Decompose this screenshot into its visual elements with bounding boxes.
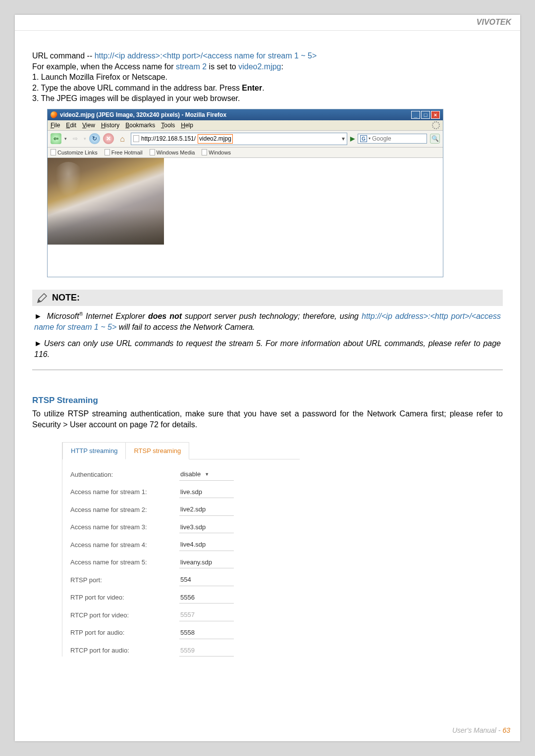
page-number: 63: [502, 726, 510, 734]
rtsp-settings-panel: HTTP streaming RTSP streaming Authentica…: [62, 442, 300, 657]
address-dropdown-icon[interactable]: ▾: [342, 135, 345, 143]
minimize-button[interactable]: _: [411, 111, 420, 119]
menu-file[interactable]: File: [51, 121, 60, 129]
back-button[interactable]: ⇦: [51, 133, 61, 144]
footer: User's Manual - 63: [15, 721, 520, 741]
maximize-button[interactable]: □: [421, 111, 430, 119]
form-label: RTP port for video:: [70, 593, 179, 602]
text-field[interactable]: 554: [179, 574, 234, 586]
pencil-icon: [36, 292, 48, 304]
browser-screenshot: video2.mjpg (JPEG Image, 320x240 pixels)…: [47, 109, 443, 277]
camera-stream-image: [48, 158, 164, 245]
text-field[interactable]: live3.sdp: [179, 521, 234, 534]
bookmark-windows-media[interactable]: Windows Media: [150, 149, 195, 156]
search-box[interactable]: G ▾: [358, 134, 427, 144]
form-row: Access name for stream 3:live3.sdp: [70, 521, 292, 534]
example-stream: stream 2: [176, 62, 207, 71]
nav-toolbar: ⇦ ▾ ⇨ ▾ ↻ ✕ ⌂ http://192.168.5.151/video…: [48, 131, 443, 147]
bookmark-icon: [105, 149, 110, 155]
note-point-2: Users can only use URL commands to reque…: [34, 338, 501, 359]
dropdown-field[interactable]: disable▼: [179, 468, 234, 481]
forward-dropdown-icon[interactable]: ▾: [84, 136, 86, 142]
throbber-icon: [432, 121, 440, 129]
menu-edit[interactable]: Edit: [66, 121, 76, 129]
bookmark-icon: [150, 149, 155, 155]
search-go-button[interactable]: 🔍: [430, 134, 440, 144]
step-1: 1. Launch Mozilla Firefox or Netscape.: [32, 72, 503, 83]
note-header: NOTE:: [32, 290, 503, 305]
search-engine-dropdown-icon[interactable]: ▾: [369, 136, 371, 142]
form-row: RTCP port for audio:5559: [70, 645, 292, 657]
example-mid: is set to: [207, 62, 238, 71]
menu-history[interactable]: History: [101, 121, 119, 129]
home-button[interactable]: ⌂: [117, 133, 128, 144]
form-label: Access name for stream 1:: [70, 488, 179, 497]
step2-pre: 2. Type the above URL command in the add…: [32, 84, 242, 92]
bookmark-icon: [51, 149, 56, 155]
form-label: Access name for stream 3:: [70, 523, 179, 532]
go-button[interactable]: ▶: [350, 135, 355, 143]
form-row: Access name for stream 5:liveany.sdp: [70, 556, 292, 569]
browser-viewport: [48, 158, 443, 277]
text-field[interactable]: liveany.sdp: [179, 556, 234, 569]
step2-bold: Enter: [242, 84, 262, 92]
address-bar[interactable]: http://192.168.5.151/video2.mjpg ▾: [131, 133, 347, 145]
note-heading: NOTE:: [52, 292, 80, 303]
form-label: RTP port for audio:: [70, 628, 179, 637]
form-label: Access name for stream 2:: [70, 505, 179, 514]
step2-post: .: [262, 84, 264, 92]
url-cmd-value: http://<ip address>:<http port>/<access …: [95, 51, 317, 60]
text-field[interactable]: live4.sdp: [179, 539, 234, 551]
chevron-down-icon[interactable]: ▼: [205, 471, 209, 477]
step-3: 3. The JPEG images will be displayed in …: [32, 93, 503, 104]
example-line: For example, when the Access name for st…: [32, 61, 503, 72]
bookmark-customize-links[interactable]: Customize Links: [51, 149, 98, 156]
bookmark-free-hotmail[interactable]: Free Hotmail: [105, 149, 143, 156]
form-row: Authentication:disable▼: [70, 468, 292, 481]
bookmark-windows[interactable]: Windows: [202, 149, 231, 156]
menu-view[interactable]: View: [82, 121, 95, 129]
page-icon: [133, 135, 139, 142]
form-label: RTCP port for audio:: [70, 646, 179, 655]
text-field[interactable]: live2.sdp: [179, 504, 234, 516]
forward-button[interactable]: ⇨: [70, 133, 81, 144]
reload-button[interactable]: ↻: [89, 133, 100, 144]
header-brand: VIVOTEK: [15, 15, 520, 31]
url-command-line: URL command -- http://<ip address>:<http…: [32, 50, 503, 61]
form-label: Access name for stream 5:: [70, 558, 179, 567]
address-selection: video2.mjpg: [198, 134, 233, 143]
google-icon: G: [360, 135, 367, 142]
note-point-1: Microsoft® Internet Explorer does not su…: [34, 311, 501, 333]
form-row: RTP port for audio:5558: [70, 627, 292, 639]
search-input[interactable]: [372, 135, 407, 142]
menu-help[interactable]: Help: [181, 121, 193, 129]
rtsp-heading: RTSP Streaming: [32, 395, 503, 406]
text-field: 5559: [179, 645, 234, 657]
menu-bookmarks[interactable]: Bookmarks: [125, 121, 155, 129]
firefox-icon: [51, 111, 57, 118]
bookmark-icon: [202, 149, 207, 155]
text-field[interactable]: live.sdp: [179, 486, 234, 499]
menubar: File Edit View History Bookmarks Tools H…: [48, 120, 443, 131]
text-field[interactable]: 5558: [179, 627, 234, 639]
text-field[interactable]: 5556: [179, 592, 234, 604]
form-label: Authentication:: [70, 470, 179, 479]
titlebar: video2.mjpg (JPEG Image, 320x240 pixels)…: [48, 109, 443, 120]
tab-rtsp-streaming[interactable]: RTSP streaming: [125, 442, 189, 460]
form-row: Access name for stream 2:live2.sdp: [70, 504, 292, 516]
address-pre: http://192.168.5.151/: [141, 135, 196, 143]
example-prefix: For example, when the Access name for: [32, 62, 176, 71]
menu-tools[interactable]: Tools: [161, 121, 175, 129]
close-button[interactable]: ×: [431, 111, 440, 119]
form-row: RTCP port for video:5557: [70, 609, 292, 621]
rtsp-body: To utilize RTSP streaming authentication…: [32, 408, 503, 430]
back-dropdown-icon[interactable]: ▾: [64, 136, 67, 142]
example-suffix: :: [281, 62, 283, 71]
form-row: RTP port for video:5556: [70, 592, 292, 604]
stop-button[interactable]: ✕: [103, 133, 114, 144]
tab-http-streaming[interactable]: HTTP streaming: [62, 442, 126, 460]
form-label: Access name for stream 4:: [70, 541, 179, 550]
note-body: Microsoft® Internet Explorer does not su…: [32, 306, 503, 371]
step-2: 2. Type the above URL command in the add…: [32, 83, 503, 94]
form-label: RTSP port:: [70, 576, 179, 585]
